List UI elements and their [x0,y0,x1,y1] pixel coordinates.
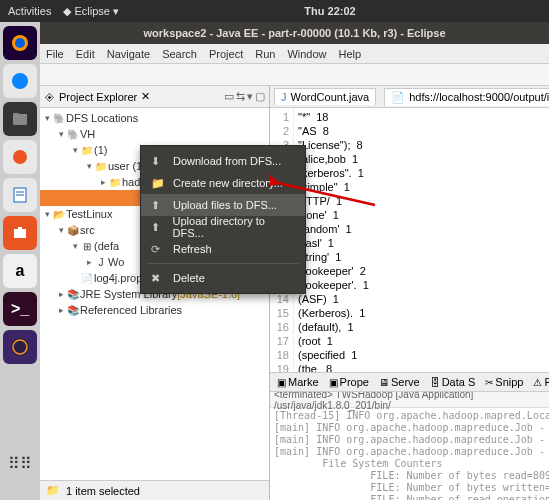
elephant-icon: 🐘 [66,129,80,140]
upload-icon: ⬆ [151,199,165,212]
thunderbird-icon[interactable] [3,64,37,98]
menu-navigate[interactable]: Navigate [107,48,150,60]
menu-run[interactable]: Run [255,48,275,60]
tab-markers[interactable]: ▣ Marke [274,374,322,390]
explorer-icon: 🞚 [44,91,55,103]
file-icon: 📄 [391,91,405,104]
menu-help[interactable]: Help [339,48,362,60]
folder-icon: 📁 [94,161,108,172]
package-icon: 📦 [66,225,80,236]
desktop-top-bar: Activities ◆ Eclipse ▾ Thu 22:02 [0,0,549,22]
tab-data-source[interactable]: 🗄 Data S [427,374,479,390]
upload-folder-icon: ⬆ [151,221,165,234]
menu-file[interactable]: File [46,48,64,60]
java-file-icon: J [94,257,108,268]
menu-edit[interactable]: Edit [76,48,95,60]
tab-hdfs-output[interactable]: 📄hdfs://localhost:9000/output/ide/part-r… [384,88,549,106]
menu-bar: File Edit Navigate Search Project Run Wi… [40,44,549,64]
rhythmbox-icon[interactable] [3,140,37,174]
bottom-views-tabs: ▣ Marke ▣ Prope 🖥 Serve 🗄 Data S ✂ Snipp… [270,372,549,392]
view-menu-icon[interactable]: ▾ [247,90,253,103]
firefox-icon[interactable] [3,26,37,60]
svg-point-5 [13,150,27,164]
files-icon[interactable] [3,102,37,136]
ctx-delete[interactable]: ✖Delete [141,267,305,289]
refresh-icon: ⟳ [151,243,165,256]
menu-project[interactable]: Project [209,48,243,60]
folder-plus-icon: 📁 [151,177,165,190]
main-toolbar [40,64,549,86]
menu-window[interactable]: Window [287,48,326,60]
status-bar: 📁 1 item selected [40,480,269,500]
app-menu[interactable]: ◆ Eclipse ▾ [63,5,119,18]
project-icon: 📂 [52,209,66,220]
status-text: 1 item selected [66,485,140,497]
ctx-refresh[interactable]: ⟳Refresh [141,238,305,260]
library-icon: 📚 [66,305,80,316]
folder-icon: 📁 [80,145,94,156]
ctx-create-dir[interactable]: 📁Create new directory... [141,172,305,194]
tab-snippets[interactable]: ✂ Snipp [482,374,526,390]
project-explorer-tab[interactable]: 🞚Project Explorer ✕ [44,90,150,103]
show-apps-icon[interactable]: ⠿⠿ [3,446,37,480]
collapse-all-icon[interactable]: ▭ [224,90,234,103]
library-icon: 📚 [66,289,80,300]
svg-point-2 [12,73,28,89]
clock[interactable]: Thu 22:02 [119,5,541,17]
ubuntu-software-icon[interactable] [3,216,37,250]
libreoffice-icon[interactable] [3,178,37,212]
folder-icon: 📁 [108,177,122,188]
svg-rect-10 [18,227,22,230]
delete-icon: ✖ [151,272,165,285]
menu-search[interactable]: Search [162,48,197,60]
text-editor[interactable]: 1234567891011121314151617181920212223242… [270,108,549,372]
minimize-icon[interactable]: ▢ [255,90,265,103]
window-title: workspace2 - Java EE - part-r-00000 (10.… [40,22,549,44]
tab-wordcount[interactable]: JWordCount.java [274,88,376,105]
activities-button[interactable]: Activities [8,5,51,18]
console-header: <terminated> TWSHadoop [Java Application… [270,392,549,408]
separator [147,263,299,264]
tab-problems[interactable]: ⚠ Probl [530,374,549,390]
amazon-icon[interactable]: a [3,254,37,288]
eclipse-icon[interactable] [3,330,37,364]
svg-rect-4 [13,113,19,116]
folder-icon: 📁 [46,484,60,497]
ctx-upload-files[interactable]: ⬆Upload files to DFS... [141,194,305,216]
console-output[interactable]: [Thread-15] INFO org.apache.hadoop.mapre… [270,408,549,500]
dfs-icon: 🐘 [52,113,66,124]
editor-tab-bar: JWordCount.java 📄hdfs://localhost:9000/o… [270,86,549,108]
terminal-icon[interactable]: >_ [3,292,37,326]
dock: a >_ ⠿⠿ [0,22,40,500]
svg-point-1 [15,38,25,48]
file-icon: 📄 [80,273,94,284]
tab-servers[interactable]: 🖥 Serve [376,374,423,390]
link-editor-icon[interactable]: ⇆ [236,90,245,103]
ctx-download-dfs[interactable]: ⬇Download from DFS... [141,150,305,172]
java-file-icon: J [281,91,287,103]
context-menu: ⬇Download from DFS... 📁Create new direct… [140,145,306,294]
console-view: <terminated> TWSHadoop [Java Application… [270,392,549,500]
package-icon: ⊞ [80,241,94,252]
svg-rect-9 [14,229,26,238]
ctx-upload-dir[interactable]: ⬆Upload directory to DFS... [141,216,305,238]
download-icon: ⬇ [151,155,165,168]
tab-properties[interactable]: ▣ Prope [326,374,372,390]
editor-content[interactable]: "*" 18 "AS 8 "License"); 8 "alice,bob 1 … [294,108,549,372]
